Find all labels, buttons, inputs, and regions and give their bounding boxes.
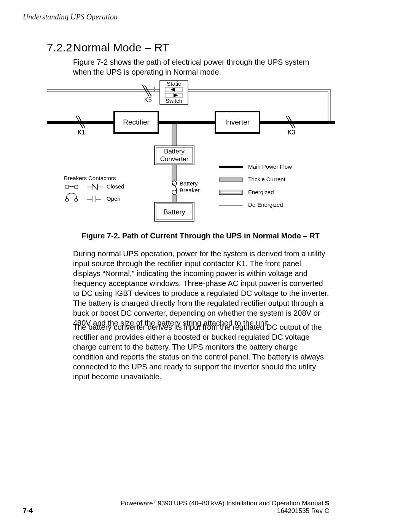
footer-product: Powerware — [121, 500, 153, 507]
intro-paragraph: Figure 7-2 shows the path of electrical … — [73, 58, 328, 77]
static-switch-bottom-label: Switch — [166, 97, 182, 104]
footer-doc-id: 164201535 Rev C — [277, 507, 329, 514]
svg-rect-48 — [219, 190, 243, 195]
k5-label: K5 — [144, 97, 152, 103]
legend-closed: Closed — [107, 183, 124, 190]
legend-deenergized: De-Energized — [248, 201, 283, 208]
svg-point-40 — [65, 198, 68, 201]
section-number: 7.2.2 — [47, 41, 72, 54]
section-title: Normal Mode – RT — [73, 41, 169, 54]
footer-manual-title: 9390 UPS (40–80 kVA) Installation and Op… — [156, 500, 323, 507]
svg-rect-18 — [172, 124, 176, 146]
figure-caption: Figure 7-2. Path of Current Through the … — [73, 232, 328, 240]
legend-open: Open — [107, 195, 121, 202]
svg-line-37 — [92, 184, 97, 190]
static-switch-top-label: Static — [167, 80, 181, 87]
svg-point-27 — [172, 190, 177, 195]
k3-label: K3 — [288, 129, 295, 136]
ups-diagram: Static Switch K5 K1 Rectifier Inverter K… — [47, 78, 335, 227]
page: Understanding UPS Operation 7.2.2 Normal… — [0, 0, 411, 532]
body-paragraph-1: During normal UPS operation, power for t… — [73, 249, 330, 328]
svg-point-41 — [75, 198, 78, 201]
legend-contactors-heading: Contactors — [88, 175, 116, 181]
svg-point-33 — [65, 185, 69, 189]
svg-rect-23 — [172, 165, 176, 181]
svg-rect-47 — [219, 178, 243, 181]
legend-trickle: Trickle Current — [248, 176, 286, 182]
footer-doc-info: Powerware® 9390 UPS (40–80 kVA) Installa… — [108, 499, 329, 515]
battery-converter-l2: Converter — [160, 155, 189, 163]
battery-label: Battery — [163, 208, 185, 216]
battery-breaker-l2: Breaker — [180, 187, 200, 193]
footer-reg: ® — [153, 499, 156, 503]
svg-rect-28 — [172, 195, 176, 202]
svg-point-34 — [74, 185, 78, 189]
footer-bullet: S — [323, 500, 329, 507]
battery-converter-l1: Battery — [164, 148, 185, 155]
body-paragraph-2: The battery converter derives its input … — [73, 322, 330, 382]
page-number: 7-4 — [23, 507, 33, 515]
rectifier-label: Rectifier — [123, 118, 150, 126]
inverter-label: Inverter — [225, 118, 250, 126]
legend-energized: Energized — [248, 189, 274, 195]
k1-label: K1 — [78, 129, 85, 136]
battery-breaker-l1: Battery — [180, 180, 198, 187]
legend-main-power: Main Power Flow — [248, 163, 292, 170]
svg-rect-46 — [219, 166, 243, 168]
legend-breakers-heading: Breakers — [64, 175, 87, 181]
running-header: Understanding UPS Operation — [23, 13, 118, 21]
